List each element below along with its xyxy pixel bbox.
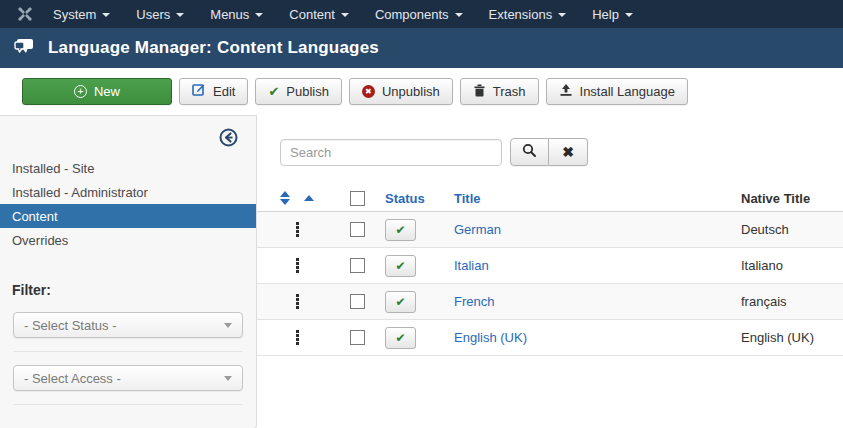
comments-icon [14, 37, 36, 60]
new-button-label: New [94, 84, 120, 99]
native-title-column-header[interactable]: Native Title [733, 191, 843, 206]
title-column-header[interactable]: Title [452, 191, 733, 206]
published-check-icon: ✔ [395, 224, 405, 236]
content-area: Installed - Site Installed - Administrat… [0, 115, 843, 428]
status-toggle-button[interactable]: ✔ [385, 255, 416, 277]
chevron-down-icon [455, 13, 463, 17]
sidebar-header [0, 116, 256, 150]
drag-handle-icon[interactable] [296, 294, 299, 297]
chevron-down-icon [558, 13, 566, 17]
publish-button-label: Publish [286, 84, 329, 99]
cancel-circle-icon: ✖ [362, 85, 375, 98]
menu-item-label: Users [136, 7, 170, 22]
sidebar-item-overrides[interactable]: Overrides [0, 228, 256, 252]
menu-item-components[interactable]: Components [362, 0, 476, 28]
trash-button[interactable]: Trash [460, 78, 539, 105]
drag-handle-icon[interactable] [296, 330, 299, 333]
plus-circle-icon: + [74, 85, 87, 98]
access-filter-value: - Select Access - [24, 371, 121, 386]
native-title-cell: English (UK) [733, 330, 843, 345]
menu-item-system[interactable]: System [40, 0, 123, 28]
language-title-link[interactable]: French [454, 294, 494, 309]
unpublish-button-label: Unpublish [382, 84, 440, 99]
select-all-cell [337, 191, 377, 206]
chevron-down-icon [224, 323, 232, 328]
search-button-group: ✖ [510, 138, 588, 166]
edit-button-label: Edit [213, 84, 235, 99]
trash-icon [473, 83, 486, 100]
page-header: Language Manager: Content Languages [0, 28, 843, 68]
menu-item-content[interactable]: Content [276, 0, 362, 28]
menu-item-label: Help [592, 7, 619, 22]
sidebar-nav: Installed - Site Installed - Administrat… [0, 156, 256, 252]
select-all-checkbox[interactable] [350, 191, 365, 206]
menu-item-label: System [53, 7, 96, 22]
sidebar: Installed - Site Installed - Administrat… [0, 115, 257, 428]
edit-button[interactable]: Edit [179, 78, 248, 105]
trash-button-label: Trash [493, 84, 526, 99]
filter-heading: Filter: [12, 282, 256, 298]
collapse-sidebar-icon[interactable] [219, 128, 238, 147]
access-filter-select[interactable]: - Select Access - [13, 365, 243, 391]
install-language-button-label: Install Language [580, 84, 675, 99]
languages-table: Status Title Native Title ✔ German Deuts… [257, 185, 843, 356]
status-toggle-button[interactable]: ✔ [385, 327, 416, 349]
divider [13, 351, 243, 352]
row-checkbox[interactable] [350, 294, 365, 309]
language-title-link[interactable]: English (UK) [454, 330, 527, 345]
menu-item-menus[interactable]: Menus [197, 0, 276, 28]
search-button[interactable] [510, 138, 549, 166]
search-input[interactable] [280, 139, 502, 166]
sidebar-item-installed-administrator[interactable]: Installed - Administrator [0, 180, 256, 204]
install-language-button[interactable]: Install Language [546, 78, 688, 105]
table-row: ✔ German Deutsch [257, 212, 843, 248]
menu-item-label: Extensions [489, 7, 553, 22]
chevron-down-icon [176, 13, 184, 17]
menu-item-users[interactable]: Users [123, 0, 197, 28]
chevron-down-icon [255, 13, 263, 17]
joomla-logo-icon[interactable] [10, 6, 40, 22]
table-row: ✔ French français [257, 284, 843, 320]
drag-handle-icon[interactable] [296, 222, 299, 225]
upload-icon [559, 83, 573, 100]
status-filter-select[interactable]: - Select Status - [13, 312, 243, 338]
main-panel: ✖ Status Title Native Title [257, 115, 843, 356]
new-button[interactable]: + New [22, 78, 172, 105]
row-checkbox[interactable] [350, 222, 365, 237]
row-checkbox[interactable] [350, 330, 365, 345]
clear-icon: ✖ [562, 144, 574, 160]
menu-item-help[interactable]: Help [579, 0, 646, 28]
sort-ordering-icon[interactable] [280, 191, 290, 205]
sidebar-item-content[interactable]: Content [0, 204, 256, 228]
published-check-icon: ✔ [395, 332, 405, 344]
status-column-header[interactable]: Status [377, 191, 452, 206]
check-icon: ✔ [268, 85, 279, 98]
status-toggle-button[interactable]: ✔ [385, 291, 416, 313]
chevron-down-icon [341, 13, 349, 17]
menu-item-extensions[interactable]: Extensions [476, 0, 580, 28]
table-row: ✔ Italian Italiano [257, 248, 843, 284]
drag-handle-icon[interactable] [296, 258, 299, 261]
search-bar: ✖ [257, 138, 843, 166]
unpublish-button[interactable]: ✖ Unpublish [349, 78, 453, 105]
chevron-down-icon [625, 13, 633, 17]
admin-menubar: System Users Menus Content Components Ex… [0, 0, 843, 28]
divider [13, 404, 243, 405]
published-check-icon: ✔ [395, 296, 405, 308]
language-title-link[interactable]: Italian [454, 258, 489, 273]
ordering-header-cell [257, 191, 337, 205]
publish-button[interactable]: ✔ Publish [255, 78, 342, 105]
chevron-down-icon [102, 13, 110, 17]
chevron-down-icon [224, 376, 232, 381]
menu-item-label: Components [375, 7, 449, 22]
sort-ascending-icon[interactable] [304, 195, 314, 201]
language-title-link[interactable]: German [454, 222, 501, 237]
menu-item-label: Menus [210, 7, 249, 22]
clear-search-button[interactable]: ✖ [549, 138, 588, 166]
toolbar: + New Edit ✔ Publish ✖ Unpublish Trash [0, 68, 843, 115]
sidebar-item-installed-site[interactable]: Installed - Site [0, 156, 256, 180]
edit-icon [192, 83, 206, 100]
row-checkbox[interactable] [350, 258, 365, 273]
table-row: ✔ English (UK) English (UK) [257, 320, 843, 356]
status-toggle-button[interactable]: ✔ [385, 219, 416, 241]
